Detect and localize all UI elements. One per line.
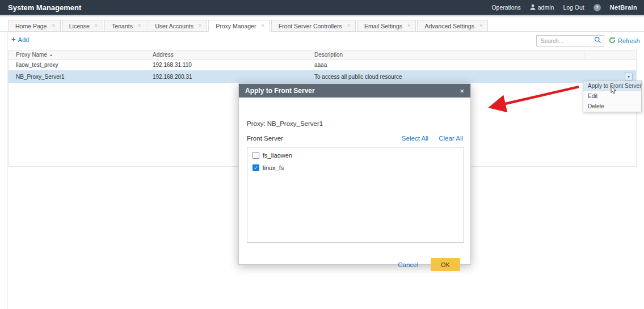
front-server-name: linux_fs	[263, 164, 284, 171]
cell-actions: ▼	[584, 73, 636, 81]
tab-label: License	[69, 23, 90, 29]
dialog-close-icon[interactable]: ×	[460, 87, 464, 95]
tab-label: Email Settings	[364, 23, 402, 29]
mouse-cursor-icon	[611, 86, 617, 98]
topbar-divider	[0, 15, 644, 16]
app-title: System Management	[8, 3, 81, 12]
column-header-address[interactable]: Address	[145, 50, 307, 59]
page-left-border	[7, 32, 8, 309]
dialog-header[interactable]: Apply to Front Server ×	[239, 84, 470, 98]
column-header-actions	[584, 50, 636, 59]
search-box	[536, 35, 604, 46]
username-label: admin	[538, 4, 554, 11]
cell-proxy-name: NB_Proxy_Server1	[9, 74, 145, 80]
tab-close-icon[interactable]: ×	[138, 23, 141, 28]
tab-home-page[interactable]: Home Page ×	[8, 20, 61, 32]
tab-label: Tenants	[112, 23, 133, 29]
front-server-option-fs-liaowen[interactable]: fs_liaowen	[252, 152, 458, 159]
tab-close-icon[interactable]: ×	[347, 23, 350, 28]
table-row-selected[interactable]: NB_Proxy_Server1 192.168.200.31 To acces…	[9, 70, 636, 83]
row-context-menu: Apply to Front Server Edit Delete	[583, 81, 642, 112]
refresh-button[interactable]: Refresh	[609, 37, 640, 45]
tab-label: Front Server Controllers	[279, 23, 342, 29]
tab-user-accounts[interactable]: User Accounts ×	[148, 20, 207, 32]
operations-menu[interactable]: Operations	[491, 4, 520, 11]
help-icon[interactable]: ?	[594, 4, 601, 11]
checkbox-unchecked[interactable]	[252, 152, 259, 159]
topbar: System Management Operations admin Log O…	[0, 0, 644, 15]
search-icon[interactable]	[594, 36, 601, 46]
tab-tenants[interactable]: Tenants ×	[104, 20, 146, 32]
refresh-label: Refresh	[618, 37, 640, 44]
front-server-listbox: fs_liaowen ✓ linux_fs	[247, 147, 464, 243]
front-server-label: Front Server	[247, 135, 392, 142]
table-header: Proxy Name ▲ Address Description	[9, 50, 636, 60]
cancel-button[interactable]: Cancel	[398, 261, 418, 268]
dialog-footer: Cancel OK	[398, 258, 460, 271]
menu-item-label: Delete	[588, 103, 604, 109]
tab-label: Advanced Settings	[424, 23, 474, 29]
tab-close-icon[interactable]: ×	[52, 23, 54, 28]
add-proxy-button[interactable]: + Add	[11, 36, 29, 43]
user-icon	[530, 4, 536, 11]
select-all-link[interactable]: Select All	[402, 135, 428, 142]
netbrain-logo: NetBrain	[610, 4, 637, 11]
menu-item-delete[interactable]: Delete	[583, 101, 641, 112]
column-label: Proxy Name	[16, 52, 47, 58]
row-actions-chevron-icon[interactable]: ▼	[625, 73, 633, 81]
tab-email-settings[interactable]: Email Settings ×	[357, 20, 416, 32]
sort-asc-icon: ▲	[49, 53, 53, 57]
column-header-proxy-name[interactable]: Proxy Name ▲	[9, 50, 145, 59]
add-label: Add	[18, 36, 30, 43]
cell-description: aaaa	[307, 62, 584, 68]
clear-all-link[interactable]: Clear All	[439, 135, 463, 142]
ok-button[interactable]: OK	[431, 258, 460, 271]
checkbox-checked[interactable]: ✓	[252, 164, 259, 171]
tab-label: User Accounts	[155, 23, 193, 29]
front-server-option-linux-fs[interactable]: ✓ linux_fs	[252, 164, 458, 171]
tab-close-icon[interactable]: ×	[479, 23, 482, 28]
tabbar: Home Page × License × Tenants × User Acc…	[8, 20, 489, 32]
search-input[interactable]	[537, 38, 594, 44]
tab-front-server-controllers[interactable]: Front Server Controllers ×	[271, 20, 356, 32]
tab-advanced-settings[interactable]: Advanced Settings ×	[417, 20, 488, 32]
tab-label: Proxy Manager	[216, 23, 256, 29]
menu-item-apply-to-front-server[interactable]: Apply to Front Server	[583, 81, 641, 91]
column-label: Description	[314, 52, 343, 58]
cell-proxy-name: liaow_test_proxy	[9, 62, 145, 68]
tab-close-icon[interactable]: ×	[95, 23, 98, 28]
tab-close-icon[interactable]: ×	[407, 23, 410, 28]
cell-description: To access all public cloud resource	[307, 74, 584, 80]
cell-address: 192.168.31.110	[145, 62, 307, 68]
refresh-icon	[609, 37, 616, 45]
column-header-description[interactable]: Description	[307, 50, 584, 59]
cell-address: 192.168.200.31	[145, 74, 307, 80]
column-label: Address	[153, 52, 174, 58]
dialog-body: Proxy: NB_Proxy_Server1 Front Server Sel…	[239, 98, 470, 265]
menu-item-label: Edit	[588, 93, 597, 99]
tab-proxy-manager[interactable]: Proxy Manager ×	[208, 20, 270, 32]
plus-icon: +	[11, 36, 16, 43]
front-server-name: fs_liaowen	[263, 152, 292, 159]
tab-label: Home Page	[15, 23, 47, 29]
tab-close-icon[interactable]: ×	[261, 23, 264, 28]
table-row[interactable]: liaow_test_proxy 192.168.31.110 aaaa	[9, 60, 636, 70]
user-menu[interactable]: admin	[530, 4, 554, 11]
apply-to-front-server-dialog: Apply to Front Server × Proxy: NB_Proxy_…	[238, 83, 471, 265]
tab-close-icon[interactable]: ×	[199, 23, 201, 28]
logout-button[interactable]: Log Out	[563, 4, 584, 11]
topbar-right: Operations admin Log Out ? NetBrain	[491, 4, 637, 11]
proxy-name-label: Proxy: NB_Proxy_Server1	[247, 120, 323, 127]
dialog-title: Apply to Front Server	[245, 87, 315, 95]
tab-license[interactable]: License ×	[62, 20, 103, 32]
front-server-list-header: Front Server Select All Clear All	[247, 135, 463, 142]
